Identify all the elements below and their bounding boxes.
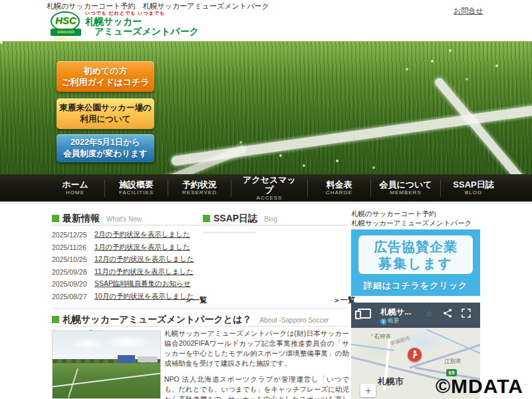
about-paragraphs: 札幌サッカーアミューズメントパークは(財)日本サッカー協会2002FIFAワール…: [164, 329, 349, 399]
about-section-heading: 札幌サッカーアミューズメントパークとは？About -Sapporo Socce…: [52, 313, 348, 327]
star-icon[interactable]: ☆: [426, 309, 433, 319]
mdata-watermark: ©MDATA: [436, 375, 523, 398]
nav-separator: [370, 180, 371, 197]
nav-item-home[interactable]: ホームHOME: [52, 180, 98, 196]
nav-separator: [104, 180, 105, 197]
map-label-sapporo: 札幌市: [378, 376, 404, 388]
share-icon[interactable]: [443, 309, 452, 321]
map-app-icon[interactable]: [358, 309, 371, 319]
news-row: 2025/07/299月の予約状況を表示しました: [52, 303, 203, 303]
blog-section-heading: SSAP日誌Blog: [203, 212, 348, 225]
photo-building: [138, 356, 158, 362]
news-link[interactable]: 12月の予約状況を表示しました: [94, 255, 194, 264]
higashikarikikouen-field-button[interactable]: 東雁来公園サッカー場の 利用について: [57, 98, 154, 129]
news-row: 2025/08/2710月の予約状況を表示しました: [52, 291, 203, 303]
news-link[interactable]: SSAP臨時職員募集のお知らせ: [94, 279, 191, 289]
photo-clouds: [58, 334, 158, 353]
map-label-ishikari: 石狩市: [371, 333, 391, 341]
sidebar-site-title: 札幌のサッカーコート予約 札幌サッカーアミューズメントパーク: [351, 209, 471, 227]
news-link[interactable]: 2月の予約状況を表示しました: [94, 230, 190, 239]
ad-line2: 募集します: [360, 255, 471, 271]
main-nav: ホームHOME 施設概要FACILITIES 予約状況RESERVED アクセス…: [0, 174, 532, 203]
nav-item-charge[interactable]: 料金表CHARGE: [314, 180, 364, 196]
contact-link[interactable]: お問合せ: [454, 6, 483, 16]
site-logo[interactable]: HSC HOKKAIDO SPORTS CLUB いつでも だれとでも いつまで…: [51, 10, 199, 37]
news-link[interactable]: 1月の予約状況を表示しました: [94, 243, 190, 252]
map-title: 札幌サ...: [380, 307, 411, 318]
beginner-guide-button[interactable]: 初めての方 ご利用ガイドはコチラ: [57, 61, 154, 92]
page-root: 札幌のサッカーコート予約 札幌サッカーアミューズメントパーク お問合せ HSC …: [0, 0, 532, 399]
map-location-pin[interactable]: [408, 348, 422, 362]
news-link[interactable]: 10月の予約状況を表示しました: [94, 292, 194, 301]
nav-separator: [440, 180, 441, 197]
news-row: 2025/09/2811月の予約状況を表示しました: [52, 266, 203, 279]
about-paragraph: 札幌サッカーアミューズメントパークは(財)日本サッカー協会2002FIFAワール…: [164, 329, 349, 368]
logo-name-line1: 札幌サッカー: [85, 17, 199, 27]
about-paragraph: NPO 法人北海道スポーツクラブが管理運営し「いつでも、だれとでも、いつまでも」…: [164, 374, 349, 399]
nav-item-access[interactable]: アクセスマップACCESS: [237, 175, 301, 201]
grass-flowers: [0, 41, 3, 44]
field-photo: [52, 331, 161, 399]
news-row: 2025/09/20SSAP臨時職員募集のお知らせ: [52, 278, 203, 291]
logo-badge-icon: HSC HOKKAIDO SPORTS CLUB: [51, 10, 81, 37]
ad-cta-text: 詳細はコチラをクリック: [351, 280, 480, 292]
nav-item-blog[interactable]: SSAP日誌BLOG: [447, 180, 500, 196]
sponsor-ad-banner[interactable]: 広告協賛企業 募集します 詳細はコチラをクリック: [351, 229, 480, 296]
news-more-link[interactable]: ＞一覧: [185, 295, 207, 305]
news-link[interactable]: 11月の予約状況を表示しました: [94, 267, 194, 277]
nav-separator: [168, 180, 168, 197]
news-row: 2025/10/2512月の予約状況を表示しました: [52, 253, 203, 266]
news-row: 2025/11/261月の予約状況を表示しました: [52, 241, 203, 254]
nav-item-members[interactable]: 会員についてMEMBERS: [377, 180, 434, 196]
map-label-gakuen: 学園都市: [389, 334, 412, 347]
ad-line1: 広告協賛企業: [360, 238, 471, 255]
nav-item-reserved[interactable]: 予約状況RESERVED: [174, 180, 225, 196]
photo-field-line: [52, 371, 161, 388]
info-icon: i: [380, 319, 386, 325]
fullscreen-icon[interactable]: [462, 309, 471, 321]
news-row: 2025/12/252月の予約状況を表示しました: [52, 229, 203, 241]
green-square-icon: [203, 215, 210, 222]
section-divider: [52, 308, 348, 309]
green-square-icon: [52, 316, 59, 323]
hero-image: 初めての方 ご利用ガイドはコチラ 東雁来公園サッカー場の 利用について 2022…: [0, 41, 532, 174]
nav-separator: [307, 180, 308, 197]
map-label-ebetsu: 江別市: [444, 358, 462, 366]
news-section-heading: 最新情報What's New: [52, 212, 201, 225]
photo-building: [118, 355, 135, 363]
nav-item-facilities[interactable]: 施設概要FACILITIES: [111, 180, 162, 196]
map-overview-link[interactable]: i概要: [380, 317, 399, 325]
membership-change-button[interactable]: 2022年5月1日から 会員制度が変わります: [57, 134, 154, 162]
map-header: 札幌サ... i概要 ☆: [351, 303, 480, 328]
map-river: [426, 329, 480, 354]
blog-empty-placeholder: [203, 231, 256, 233]
map-zoom-in-button[interactable]: ＋: [360, 384, 376, 397]
logo-name-line2: アミューズメントパーク: [94, 27, 199, 37]
nav-separator: [231, 180, 231, 197]
green-square-icon: [52, 215, 59, 222]
news-list: 2025/12/252月の予約状況を表示しました 2025/11/261月の予約…: [52, 229, 203, 303]
